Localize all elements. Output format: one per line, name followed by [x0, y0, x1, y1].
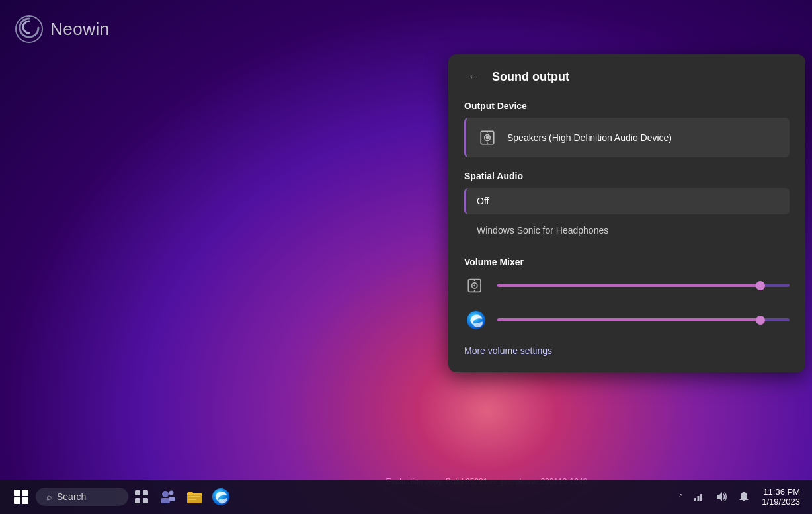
svg-rect-12 [135, 490, 140, 495]
task-view-button[interactable] [128, 484, 155, 510]
speaker-volume-row [464, 274, 790, 298]
svg-point-8 [473, 285, 475, 287]
output-device-item[interactable]: Speakers (High Definition Audio Device) [464, 118, 790, 157]
svg-rect-15 [143, 498, 148, 503]
edge-vol-icon [464, 308, 488, 332]
start-button[interactable] [7, 482, 36, 511]
teams-button[interactable] [155, 484, 181, 510]
spatial-off-item[interactable]: Off [464, 188, 790, 214]
svg-rect-25 [698, 496, 700, 501]
desktop: Neowin Evaluation copy. Build 25281.rs_p… [0, 0, 812, 514]
windows-icon [14, 490, 28, 504]
output-device-name: Speakers (High Definition Audio Device) [507, 132, 672, 143]
spatial-windows-sonic-item[interactable]: Windows Sonic for Headphones [464, 217, 790, 243]
panel-header: ← Sound output [464, 67, 790, 86]
edge-volume-row [464, 308, 790, 332]
search-bar[interactable]: ⌕ Search [36, 488, 128, 506]
spatial-audio-section: Spatial Audio Off Windows Sonic for Head… [464, 171, 790, 243]
edge-taskbar-button[interactable] [208, 484, 234, 510]
svg-rect-18 [161, 498, 170, 503]
teams-icon [159, 488, 177, 505]
svg-rect-22 [188, 499, 196, 500]
back-button[interactable]: ← [464, 67, 483, 86]
file-explorer-button[interactable] [181, 484, 208, 510]
volume-mixer-section: Volume Mixer [464, 257, 790, 357]
system-tray: ^ [675, 484, 805, 509]
sound-output-panel: ← Sound output Output Device Speakers (H… [448, 54, 805, 372]
edge-volume-slider[interactable] [497, 318, 790, 322]
svg-rect-26 [700, 494, 702, 501]
speaker-vol-icon [464, 274, 488, 298]
svg-rect-13 [143, 490, 148, 495]
network-tray-icon[interactable] [689, 487, 709, 507]
svg-rect-20 [187, 493, 202, 503]
neowin-brand-text: Neowin [50, 19, 110, 40]
clock-area[interactable]: 11:36 PM 1/19/2023 [756, 484, 805, 509]
spatial-audio-label: Spatial Audio [464, 171, 790, 181]
svg-rect-14 [135, 498, 140, 503]
search-label: Search [57, 492, 86, 502]
neowin-logo-icon [15, 15, 44, 44]
task-view-icon [134, 490, 149, 504]
sound-tray-icon[interactable] [711, 487, 731, 507]
volume-mixer-label: Volume Mixer [464, 257, 790, 267]
neowin-logo: Neowin [15, 15, 110, 44]
svg-point-16 [162, 491, 169, 497]
taskbar: ⌕ Search [0, 480, 812, 514]
clock-date: 1/19/2023 [762, 497, 800, 507]
svg-rect-19 [169, 497, 175, 501]
notification-icon [739, 492, 749, 502]
panel-title: Sound output [492, 70, 569, 84]
edge-taskbar-icon [212, 488, 230, 506]
more-volume-settings-link[interactable]: More volume settings [464, 345, 552, 356]
speaker-icon [477, 127, 498, 148]
search-icon: ⌕ [46, 492, 52, 502]
svg-rect-21 [188, 496, 200, 497]
clock-time: 11:36 PM [763, 487, 800, 497]
sound-icon [715, 491, 727, 503]
notification-tray-icon[interactable] [734, 487, 754, 507]
speaker-volume-slider[interactable] [497, 284, 790, 288]
output-device-label: Output Device [464, 101, 790, 111]
file-explorer-icon [186, 488, 203, 505]
tray-overflow-button[interactable]: ^ [675, 491, 686, 503]
svg-rect-24 [694, 498, 696, 501]
svg-point-17 [169, 491, 174, 495]
svg-marker-27 [717, 492, 722, 501]
network-icon [694, 492, 704, 502]
svg-point-3 [486, 136, 488, 138]
